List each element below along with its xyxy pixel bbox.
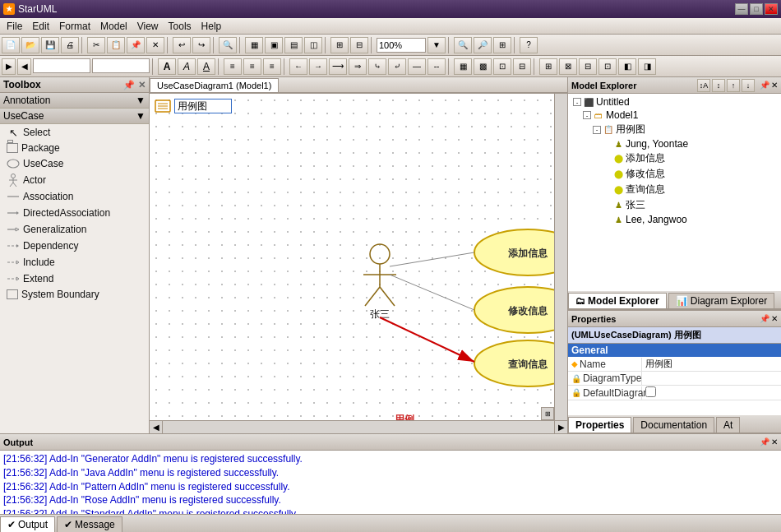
tree-item-edit[interactable]: ⬤ 修改信息 — [570, 166, 779, 182]
tree-item-usecase-diagram[interactable]: - 📋 用例图 — [570, 122, 779, 137]
tb-rt6[interactable]: ⊠ — [559, 58, 577, 75]
tool-actor[interactable]: Actor — [0, 172, 149, 188]
tree-item-lee[interactable]: ♟ Lee, Jangwoo — [570, 213, 779, 226]
tb-b4[interactable]: ◫ — [304, 37, 322, 53]
diagram-title-input[interactable]: 用例图 — [174, 99, 232, 113]
pin-icon[interactable]: 📌 — [123, 80, 135, 90]
tb-copy[interactable]: 📋 — [107, 37, 125, 53]
tab-documentation[interactable]: Documentation — [633, 417, 714, 433]
toolbox-close[interactable]: ✕ — [138, 80, 146, 90]
tb-bold[interactable]: A — [158, 58, 176, 75]
tb-arrow3[interactable]: ⟶ — [329, 58, 347, 75]
tool-select[interactable]: ↖ Select — [0, 124, 149, 141]
me-up[interactable]: ↑ — [727, 79, 740, 92]
tb-z1[interactable]: 🔍 — [454, 37, 472, 53]
tool-directed-assoc[interactable]: DirectedAssociation — [0, 205, 149, 221]
title-bar-buttons[interactable]: — □ ✕ — [735, 3, 778, 15]
hscroll-track[interactable] — [163, 421, 554, 433]
me-close[interactable]: ✕ — [771, 81, 778, 90]
tool-system-boundary[interactable]: System Boundary — [0, 287, 149, 302]
tb-zoom-drop[interactable]: ▼ — [427, 37, 446, 53]
tb-b2[interactable]: ▣ — [265, 37, 283, 53]
tb-undo[interactable]: ↩ — [173, 37, 191, 53]
tree-item-add[interactable]: ⬤ 添加信息 — [570, 150, 779, 166]
tb-b3[interactable]: ▤ — [284, 37, 303, 53]
zoom-input[interactable]: 100% — [377, 38, 426, 53]
tb-b1[interactable]: ▦ — [245, 37, 263, 53]
tb-align-l[interactable]: ≡ — [224, 58, 242, 75]
expand-diagram[interactable]: - — [593, 126, 601, 134]
expand-untitled[interactable]: - — [573, 98, 581, 106]
expand-model1[interactable]: - — [583, 111, 591, 119]
me-sort2[interactable]: ↕ — [712, 79, 725, 92]
props-val-default[interactable] — [642, 386, 781, 400]
tb-rt4[interactable]: ⊟ — [513, 58, 531, 75]
tb-c1[interactable]: ⊞ — [330, 37, 349, 53]
tab-properties[interactable]: Properties — [568, 417, 631, 433]
tab-at[interactable]: At — [716, 417, 740, 433]
tool-generalization[interactable]: Generalization — [0, 221, 149, 238]
default-checkbox[interactable] — [645, 386, 656, 397]
props-pin[interactable]: 📌 — [760, 314, 769, 323]
me-sort1[interactable]: ↕A — [697, 79, 710, 92]
tb-open[interactable]: 📂 — [21, 37, 39, 53]
tool-dependency[interactable]: Dependency — [0, 238, 149, 254]
tb-arrow-r[interactable]: → — [309, 58, 327, 75]
tb2-b1[interactable]: ▶ — [2, 58, 16, 75]
tb-line1[interactable]: — — [408, 58, 426, 75]
tb-paste[interactable]: 📌 — [127, 37, 145, 53]
tb-save[interactable]: 💾 — [41, 37, 59, 53]
tb-arrow5[interactable]: ⤷ — [368, 58, 386, 75]
tb-rt10[interactable]: ◨ — [638, 58, 656, 75]
tree-item-model1[interactable]: - 🗃 Model1 — [570, 109, 779, 122]
tree-item-zhangsan[interactable]: ♟ 张三 — [570, 197, 779, 213]
combo-1[interactable] — [33, 58, 90, 73]
maximize-button[interactable]: □ — [750, 3, 763, 15]
tool-package[interactable]: Package — [0, 141, 149, 155]
tree-item-jung[interactable]: ♟ Jung, Yoontae — [570, 137, 779, 150]
tb-c2[interactable]: ⊟ — [350, 37, 368, 53]
tb-rt8[interactable]: ⊡ — [598, 58, 617, 75]
tool-include[interactable]: Include — [0, 254, 149, 271]
menu-view[interactable]: View — [132, 20, 164, 33]
tb-rt3[interactable]: ⊡ — [493, 58, 511, 75]
minimize-button[interactable]: — — [735, 3, 748, 15]
tb-find[interactable]: 🔍 — [219, 37, 237, 53]
tb-rt1[interactable]: ▦ — [454, 58, 472, 75]
tool-extend[interactable]: Extend — [0, 271, 149, 287]
tb-align-r[interactable]: ≡ — [263, 58, 281, 75]
tab-diagram-explorer[interactable]: 📊 Diagram Explorer — [668, 293, 774, 308]
tree-item-query[interactable]: ⬤ 查询信息 — [570, 182, 779, 197]
tb-arrow4[interactable]: ⇒ — [349, 58, 367, 75]
tb-italic[interactable]: A — [178, 58, 196, 75]
me-down[interactable]: ↓ — [742, 79, 755, 92]
tb-rt7[interactable]: ⊟ — [579, 58, 597, 75]
close-button[interactable]: ✕ — [765, 3, 778, 15]
tab-model-explorer[interactable]: 🗂 Model Explorer — [568, 293, 667, 308]
tab-message[interactable]: ✔ Message — [57, 516, 122, 532]
toolbox-usecase-header[interactable]: UseCase ▼ — [0, 109, 149, 124]
tb-delete[interactable]: ✕ — [146, 37, 164, 53]
tb-z3[interactable]: ⊞ — [493, 37, 511, 53]
toolbox-annotation-header[interactable]: Annotation ▼ — [0, 93, 149, 109]
hscroll-left[interactable]: ◀ — [150, 421, 163, 433]
tb-align-c[interactable]: ≡ — [243, 58, 261, 75]
props-close[interactable]: ✕ — [771, 314, 778, 323]
diagram-hscroll[interactable]: ◀ ▶ — [150, 420, 567, 433]
output-pin[interactable]: 📌 — [760, 437, 769, 446]
tb-redo[interactable]: ↪ — [192, 37, 210, 53]
tb-print[interactable]: 🖨 — [61, 37, 79, 53]
tb-new[interactable]: 📄 — [2, 37, 20, 53]
combo-2[interactable] — [92, 58, 150, 73]
props-val-name[interactable]: 用例图 — [642, 357, 781, 371]
tb-arrow6[interactable]: ⤶ — [388, 58, 406, 75]
tab-output[interactable]: ✔ Output — [0, 516, 55, 532]
menu-model[interactable]: Model — [95, 20, 132, 33]
tree-item-untitled[interactable]: - ⬛ Untitled — [570, 95, 779, 109]
me-pin[interactable]: 📌 — [760, 81, 769, 90]
tb-rt5[interactable]: ⊞ — [539, 58, 557, 75]
tool-usecase[interactable]: UseCase — [0, 155, 149, 172]
tb-arrow-l[interactable]: ← — [289, 58, 307, 75]
diagram-vscroll[interactable] — [554, 94, 567, 420]
diagram-canvas[interactable]: 张三 添加信息 修改信息 查询信息 — [150, 94, 554, 420]
